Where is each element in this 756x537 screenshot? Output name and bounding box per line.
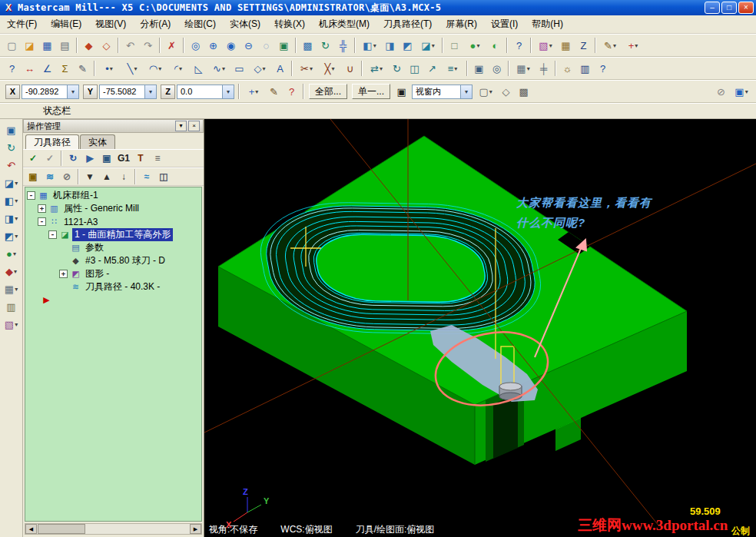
x-axis-button[interactable]: X [5, 85, 20, 99]
zoom-in-icon[interactable]: ◉ [223, 38, 239, 54]
selection-window-icon[interactable]: ▢ [475, 84, 496, 100]
chevron-down-icon[interactable]: ▾ [67, 85, 78, 98]
move-insert-up-icon[interactable]: ▲ [99, 169, 114, 184]
delete-icon[interactable]: ✗ [164, 38, 180, 54]
autocursor-icon[interactable]: + [243, 84, 264, 100]
break-icon[interactable]: ╳ [319, 61, 340, 77]
toggle-post-icon[interactable]: ⊘ [59, 169, 75, 184]
gview-top-icon[interactable]: ◧ [359, 38, 380, 54]
gview-front-icon[interactable]: ◨ [382, 38, 398, 54]
grid-icon[interactable]: ▦ [1, 281, 22, 297]
help-icon[interactable]: ? [595, 61, 611, 77]
tree-item[interactable]: + ◩ 图形 - [25, 267, 201, 280]
analyze-position-icon[interactable]: ? [511, 38, 527, 54]
menu-item[interactable]: 视图(V) [88, 15, 133, 33]
select-all-button[interactable]: 全部... [309, 84, 347, 99]
zoom-window-icon[interactable]: ◎ [187, 38, 204, 54]
selection-area-icon[interactable]: ▩ [516, 84, 532, 100]
redo-icon[interactable]: ↷ [140, 38, 156, 54]
post-g1-icon[interactable]: G1 [116, 151, 131, 166]
menu-item[interactable]: 设置(I) [484, 15, 525, 33]
menu-item[interactable]: 绘图(C) [177, 15, 223, 33]
zoom-out-icon[interactable]: ⊖ [240, 38, 257, 54]
app-logo-icon[interactable]: X [2, 2, 15, 13]
dynamic-rotate-icon[interactable]: ↻ [3, 140, 19, 156]
selection-mode-value[interactable]: 视窗内 [413, 86, 460, 98]
menu-item[interactable]: 实体(S) [223, 15, 267, 33]
create-polygon-icon[interactable]: ◇ [249, 61, 270, 77]
gview-iso-icon[interactable]: ◪ [1, 175, 22, 191]
menu-item[interactable]: 机床类型(M) [312, 15, 376, 33]
scrollbar-thumb[interactable] [38, 524, 85, 534]
save-icon[interactable]: ▦ [39, 38, 55, 54]
clipping-off-icon[interactable]: ⊘ [713, 84, 729, 100]
undo-icon[interactable]: ↶ [122, 38, 138, 54]
shaded-icon[interactable]: ● [464, 38, 486, 54]
gview-front-icon[interactable]: ◨ [1, 210, 22, 227]
create-line-icon[interactable]: ╲ [121, 61, 143, 77]
color-attribute-icon[interactable]: ▧ [535, 38, 556, 54]
panel-close-button[interactable]: × [188, 121, 200, 131]
fit-screen-icon[interactable]: ▣ [3, 122, 19, 138]
zoom-target-icon[interactable]: ⊕ [205, 38, 221, 54]
analyze-dynamic-icon[interactable]: ✎ [75, 61, 91, 77]
options-icon[interactable]: ≡ [150, 151, 165, 166]
select-dirty-operations-icon[interactable]: ✓ [42, 151, 58, 166]
gview-top-icon[interactable]: ◧ [1, 193, 22, 209]
machine-lathe-icon[interactable]: ◎ [489, 61, 505, 77]
panel-tab[interactable]: 实体 [80, 134, 115, 149]
repaint-icon[interactable]: ▩ [300, 38, 316, 54]
view-undo-icon[interactable]: ↶ [3, 157, 19, 174]
grid-icon[interactable]: ▦ [512, 61, 534, 77]
analyze-distance-icon[interactable]: ↔ [22, 61, 38, 77]
shading-icon[interactable]: ● [1, 246, 22, 262]
lock-icon[interactable]: ▣ [25, 169, 41, 184]
tree-item[interactable]: - ◪ 1 - 曲面精加工等高外形 [25, 228, 201, 241]
snap-icon[interactable]: ╪ [536, 61, 552, 77]
close-button[interactable]: × [738, 2, 754, 14]
zoom-previous-icon[interactable]: ◌ [258, 38, 274, 54]
z-axis-button[interactable]: Z [161, 85, 175, 99]
tree-item[interactable]: - ▦ 机床群组-1 [25, 189, 201, 202]
tree-item[interactable]: ▤ 参数 [25, 241, 201, 254]
tree-item[interactable]: - ∷ 1121-A3 [25, 215, 201, 228]
wireframe-icon[interactable]: □ [446, 38, 463, 54]
add-point-icon[interactable]: + [622, 38, 644, 54]
scroll-insert-icon[interactable]: ↓ [116, 169, 131, 184]
chevron-down-icon[interactable]: ▾ [222, 85, 234, 98]
analyze-entity-icon[interactable]: ? [4, 61, 20, 77]
regen-all-icon[interactable]: ↻ [65, 151, 81, 166]
level-attribute-icon[interactable]: ▦ [558, 38, 574, 54]
single-display-icon[interactable]: ◫ [156, 169, 171, 184]
dynamic-rotate-icon[interactable]: ↻ [317, 38, 333, 54]
z-depth-icon[interactable]: Z [575, 38, 592, 54]
operations-manager-icon[interactable]: ▥ [577, 61, 593, 77]
toggle-toolpath-display-icon[interactable]: ≋ [42, 169, 58, 184]
xform-translate-icon[interactable]: ⇄ [366, 61, 387, 77]
cursor-help-icon[interactable]: ? [284, 84, 300, 100]
xform-scale-icon[interactable]: ↗ [424, 61, 440, 77]
scroll-right-icon[interactable]: ▶ [190, 524, 201, 534]
analyze-angle-icon[interactable]: ∠ [39, 61, 55, 77]
selection-polygon-icon[interactable]: ◇ [498, 84, 514, 100]
tree-item[interactable]: + ▥ 属性 - Generic Mill [25, 202, 201, 215]
tree-expander[interactable]: - [38, 217, 46, 226]
gview-isometric-icon[interactable]: ◪ [417, 38, 439, 54]
trim-icon[interactable]: ✂ [296, 61, 317, 77]
panel-collapse-button[interactable]: ▾ [175, 121, 187, 131]
chevron-down-icon[interactable]: ▾ [144, 85, 156, 98]
panel-horizontal-scrollbar[interactable]: ◀ ▶ [25, 523, 202, 535]
xform-offset-icon[interactable]: ≡ [442, 61, 463, 77]
analyze-area-icon[interactable]: Σ [57, 61, 73, 77]
chevron-down-icon[interactable]: ▾ [460, 85, 472, 98]
tree-item[interactable]: ◆ #3 - M5.80 球刀 - D [25, 254, 201, 267]
xform-rotate-icon[interactable]: ↻ [389, 61, 405, 77]
quick-sketch-icon[interactable]: ✎ [599, 38, 621, 54]
create-spline-icon[interactable]: ∿ [208, 61, 230, 77]
new-file-icon[interactable]: ▢ [4, 38, 20, 54]
menu-item[interactable]: 文件(F) [0, 15, 44, 33]
print-icon[interactable]: ▤ [57, 38, 73, 54]
xform-mirror-icon[interactable]: ◫ [406, 61, 423, 77]
select-single-button[interactable]: 单一... [352, 84, 390, 99]
menu-item[interactable]: 屏幕(R) [439, 15, 484, 33]
